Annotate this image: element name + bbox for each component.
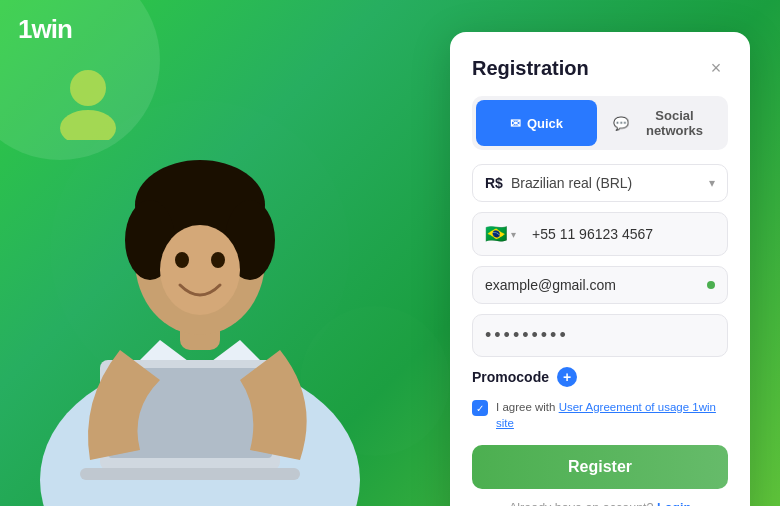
modal-header: Registration × (472, 56, 728, 80)
password-input[interactable] (485, 325, 717, 346)
promocode-label: Promocode (472, 369, 549, 385)
email-status-dot (707, 281, 715, 289)
svg-point-12 (175, 252, 189, 268)
flag-chevron-icon: ▾ (511, 229, 516, 240)
svg-rect-11 (80, 468, 300, 480)
social-tab-icon: 💬 (613, 116, 629, 131)
close-button[interactable]: × (704, 56, 728, 80)
person-image (0, 0, 420, 506)
flag-icon: 🇧🇷 (485, 223, 507, 245)
logo[interactable]: 1win (18, 14, 72, 45)
tab-social-networks[interactable]: 💬 Social networks (603, 100, 724, 146)
currency-dropdown[interactable]: R$ Brazilian real (BRL) ▾ (472, 164, 728, 202)
country-flag-button[interactable]: 🇧🇷 ▾ (485, 223, 516, 245)
registration-modal: Registration × ✉ Quick 💬 Social networks… (450, 32, 750, 506)
currency-symbol: R$ (485, 175, 503, 191)
register-button[interactable]: Register (472, 445, 728, 489)
social-tab-label: Social networks (635, 108, 714, 138)
phone-input-row: 🇧🇷 ▾ (472, 212, 728, 256)
email-input-row (472, 266, 728, 304)
agreement-text: I agree with User Agreement of usage 1wi… (496, 399, 728, 431)
login-row: Already have an account? Login (472, 501, 728, 506)
password-input-row (472, 314, 728, 357)
email-input[interactable] (485, 277, 699, 293)
promocode-row: Promocode + (472, 367, 728, 387)
login-prompt: Already have an account? (509, 501, 654, 506)
tab-group: ✉ Quick 💬 Social networks (472, 96, 728, 150)
svg-point-8 (160, 225, 240, 315)
add-promocode-button[interactable]: + (557, 367, 577, 387)
phone-input[interactable] (532, 226, 707, 242)
svg-point-13 (211, 252, 225, 268)
currency-name: Brazilian real (BRL) (511, 175, 632, 191)
agreement-checkbox[interactable]: ✓ (472, 400, 488, 416)
modal-title: Registration (472, 57, 589, 80)
chevron-down-icon: ▾ (709, 176, 715, 190)
tab-quick[interactable]: ✉ Quick (476, 100, 597, 146)
quick-tab-label: Quick (527, 116, 563, 131)
agreement-row: ✓ I agree with User Agreement of usage 1… (472, 399, 728, 431)
quick-tab-icon: ✉ (510, 116, 521, 131)
login-link[interactable]: Login (657, 501, 691, 506)
